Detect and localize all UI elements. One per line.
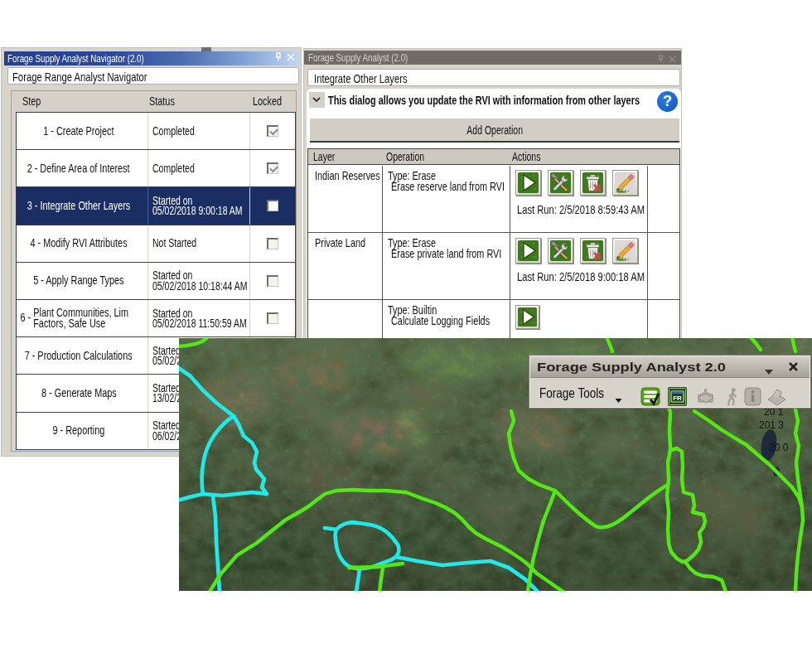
svg-text:20 0: 20 0 [769,442,789,453]
svg-text:FR: FR [673,394,682,402]
svg-text:201 3: 201 3 [759,419,784,431]
